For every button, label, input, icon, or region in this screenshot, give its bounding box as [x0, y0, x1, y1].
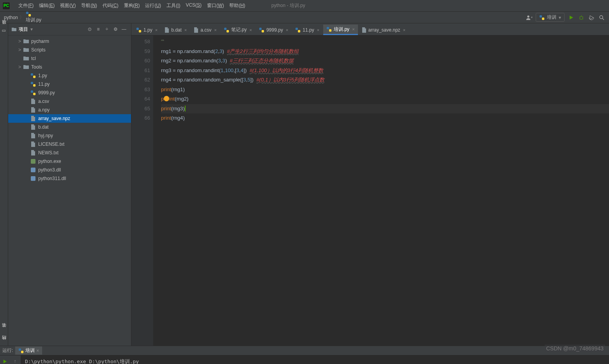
app-logo-icon: PC	[2, 2, 10, 10]
menu-item[interactable]: 文件(F)	[16, 2, 36, 10]
dll-icon	[30, 167, 36, 173]
search-icon[interactable]	[598, 14, 605, 21]
svg-rect-23	[139, 30, 141, 32]
left-tab-bookmarks[interactable]: 书签	[0, 329, 8, 333]
editor-tabs: 1.py×b.dat×a.csv×笔记.py×9999.py×11.py×培训.…	[131, 23, 609, 35]
menu-item[interactable]: 窗口(W)	[204, 2, 227, 10]
tree-item[interactable]: 9999.py	[8, 88, 131, 97]
tree-item[interactable]: python3.dll	[8, 166, 131, 174]
svg-rect-17	[31, 90, 33, 93]
run-toolbar-left: 🔧 📌	[0, 355, 9, 364]
svg-rect-19	[31, 159, 35, 164]
breadcrumb-sep: 〉	[19, 14, 24, 21]
tree-item[interactable]: a.npy	[8, 106, 131, 114]
menu-item[interactable]: 运行(U)	[142, 2, 164, 10]
close-icon[interactable]: ×	[36, 348, 39, 353]
python-icon	[539, 15, 545, 20]
tree-item[interactable]: NEWS.txt	[8, 148, 131, 157]
editor-area: 1.py×b.dat×a.csv×笔记.py×9999.py×11.py×培训.…	[131, 23, 609, 346]
run-toolbar-right: ↑ ↓ ⇥ ⤓ 🖶 🖴 🗑	[9, 355, 21, 364]
up-icon[interactable]: ↑	[12, 358, 19, 364]
py-icon	[30, 81, 36, 87]
py-icon	[30, 90, 36, 95]
menu-item[interactable]: 视图(V)	[57, 2, 78, 10]
close-icon[interactable]: ×	[317, 28, 319, 32]
tree-item[interactable]: tcl	[8, 54, 131, 63]
py-icon	[30, 73, 36, 78]
editor-tab[interactable]: array_save.npz×	[359, 25, 409, 35]
tree-item[interactable]: b.dat	[8, 123, 131, 131]
console-output[interactable]: D:\python\python.exe D:\python\培训.py [[0…	[21, 355, 609, 364]
collapse-icon[interactable]: ÷	[103, 25, 111, 33]
editor-tab[interactable]: a.csv×	[191, 25, 220, 35]
left-tab-structure[interactable]: 结构	[0, 341, 8, 346]
watermark: CSDN @m0_74869943	[545, 345, 605, 352]
run-icon[interactable]	[1, 358, 8, 364]
menu-item[interactable]: 导航(N)	[78, 2, 100, 10]
menu-item[interactable]: 工具(I)	[164, 2, 183, 10]
menu-item[interactable]: 帮助(H)	[227, 2, 248, 10]
close-icon[interactable]: ×	[286, 28, 288, 32]
coverage-icon[interactable]	[588, 14, 595, 21]
code-text[interactable]: ⌃'''rng1 = np.random.rand(2,3) #产生2行三列均匀…	[153, 35, 609, 346]
tree-item[interactable]: python311.dll	[8, 174, 131, 183]
svg-rect-33	[21, 351, 23, 353]
locate-icon[interactable]: ⊙	[86, 25, 94, 33]
editor-tab[interactable]: 1.py×	[133, 25, 161, 35]
svg-rect-31	[329, 29, 331, 32]
editor-tab[interactable]: b.dat×	[161, 25, 190, 35]
breadcrumb-root[interactable]: python	[4, 15, 18, 20]
tree-item[interactable]: LICENSE.txt	[8, 140, 131, 148]
close-icon[interactable]: ×	[184, 28, 187, 32]
tree-item[interactable]: python.exe	[8, 157, 131, 166]
svg-rect-28	[296, 27, 298, 30]
editor-tab[interactable]: 9999.py×	[256, 25, 291, 35]
menu-item[interactable]: VCS(S)	[183, 2, 204, 10]
tree-item[interactable]: >pycharm	[8, 37, 131, 46]
hide-icon[interactable]: —	[120, 25, 128, 33]
tree-item[interactable]: >Tools	[8, 63, 131, 71]
user-icon[interactable]: ▾	[526, 14, 533, 21]
close-icon[interactable]: ×	[250, 28, 252, 32]
breadcrumb-file[interactable]: 培训.py	[26, 11, 41, 23]
menu-item[interactable]: 代码(C)	[100, 2, 121, 10]
gear-icon[interactable]: ⚙	[112, 25, 119, 33]
run-panel: 运行: 培训 × 🔧 📌 ↑ ↓ ⇥ ⤓ 🖶 🖴 🗑 D:\python\pyt…	[0, 346, 609, 364]
svg-rect-1	[28, 14, 31, 16]
close-icon[interactable]: ×	[214, 28, 216, 32]
tree-item[interactable]: a.csv	[8, 97, 131, 106]
expand-icon[interactable]: ≡	[94, 25, 102, 33]
chevron-down-icon[interactable]: ▾	[30, 27, 33, 32]
run-config-select[interactable]: 培训 ▾	[536, 13, 565, 22]
debug-icon[interactable]	[578, 14, 585, 21]
run-tab[interactable]: 培训 ×	[15, 346, 42, 355]
file-icon	[30, 141, 36, 147]
project-sidebar: 项目 ▾ ⊙ ≡ ÷ ⚙ — >pycharm>Scriptstcl>Tools…	[8, 23, 131, 346]
run-header-label: 运行:	[2, 347, 13, 354]
tree-item[interactable]: 1.py	[8, 71, 131, 80]
left-tab-project[interactable]: ▭ 项目	[0, 25, 8, 36]
svg-point-5	[580, 16, 583, 19]
titlebar: PC 文件(F)编辑(E)视图(V)导航(N)代码(C)重构(R)运行(U)工具…	[0, 0, 609, 12]
svg-rect-13	[31, 73, 33, 76]
navbar: python 〉 培训.py ▾ 培训 ▾	[0, 12, 609, 23]
tree-item[interactable]: array_save.npz	[8, 114, 131, 123]
editor-tab[interactable]: 11.py×	[292, 25, 322, 35]
close-icon[interactable]: ×	[403, 28, 405, 32]
svg-rect-22	[136, 27, 139, 30]
close-icon[interactable]: ×	[155, 28, 158, 32]
folder-icon	[23, 39, 29, 44]
editor-tab[interactable]: 培训.py×	[323, 25, 358, 35]
menu-item[interactable]: 重构(R)	[121, 2, 143, 10]
run-icon[interactable]	[568, 14, 575, 21]
close-icon[interactable]: ×	[352, 27, 354, 32]
svg-rect-0	[26, 12, 28, 14]
editor-tab[interactable]: 笔记.py×	[221, 25, 255, 35]
menu-item[interactable]: 编辑(E)	[36, 2, 57, 10]
code-area[interactable]: 585960616263646566 ⌃'''rng1 = np.random.…	[131, 35, 609, 346]
tree-item[interactable]: hyj.npy	[8, 131, 131, 140]
line-gutter[interactable]: 585960616263646566	[131, 35, 153, 346]
project-tree[interactable]: >pycharm>Scriptstcl>Tools1.py11.py9999.p…	[8, 35, 131, 346]
tree-item[interactable]: >Scripts	[8, 46, 131, 54]
tree-item[interactable]: 11.py	[8, 80, 131, 88]
